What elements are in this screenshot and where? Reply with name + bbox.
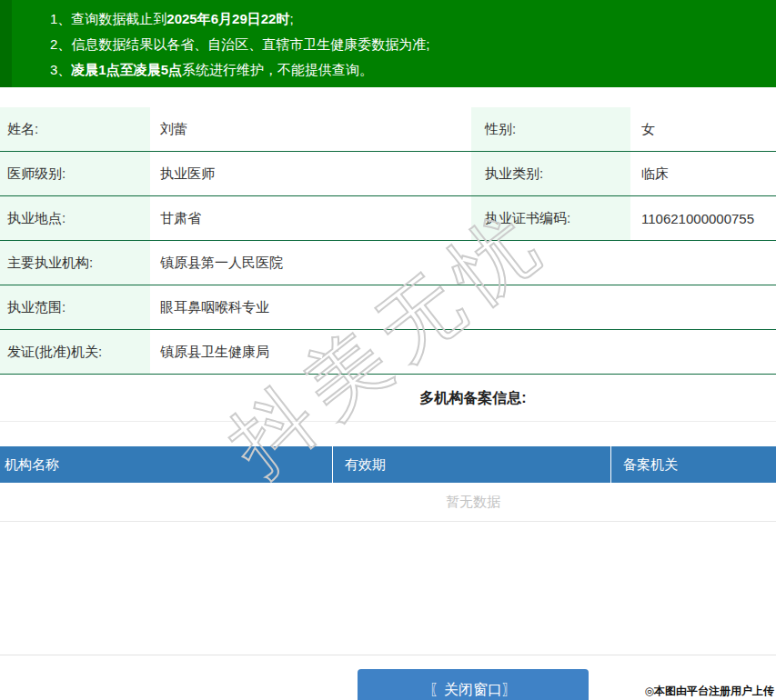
info-value-practice-location: 甘肃省: [150, 196, 471, 240]
notice-text: 系统进行维护，不能提供查询。: [182, 62, 373, 77]
notice-bar: 1、查询数据截止到2025年6月29日22时; 2、信息数据结果以各省、自治区、…: [0, 0, 776, 87]
notice-bold-text: 2025年6月29日22时: [166, 11, 289, 26]
info-label-gender: 性别:: [471, 107, 630, 151]
close-window-button[interactable]: 〖关闭窗口〗: [358, 669, 589, 700]
spacer: [0, 522, 776, 655]
info-value-main-institution: 镇原县第一人民医院: [150, 241, 776, 285]
info-value-issuing-authority: 镇原县卫生健康局: [150, 330, 776, 374]
info-label-practice-location: 执业地点:: [0, 196, 150, 240]
info-value-practice-scope: 眼耳鼻咽喉科专业: [150, 285, 776, 329]
info-label-practice-category: 执业类别:: [471, 152, 630, 195]
info-value-name: 刘蕾: [150, 107, 471, 151]
notice-text: 信息数据结果以各省、自治区、直辖市卫生健康委数据为准;: [71, 36, 429, 52]
info-label-practice-scope: 执业范围:: [0, 285, 150, 329]
column-header-filing-authority: 备案机关: [611, 446, 776, 483]
column-header-institution-name: 机构名称: [0, 446, 333, 483]
table-row: 发证(批准)机关: 镇原县卫生健康局: [0, 330, 776, 375]
notice-line-2: 2、信息数据结果以各省、自治区、直辖市卫生健康委数据为准;: [0, 32, 776, 57]
info-label-issuing-authority: 发证(批准)机关:: [0, 330, 150, 374]
info-label-name: 姓名:: [0, 107, 150, 151]
info-value-doctor-level: 执业医师: [150, 152, 471, 195]
multi-org-table-header: 机构名称 有效期 备案机关: [0, 446, 776, 483]
notice-num: 3、: [50, 62, 71, 77]
info-label-certificate-code: 执业证书编码:: [471, 196, 630, 240]
notice-line-1: 1、查询数据截止到2025年6月29日22时;: [0, 6, 776, 32]
table-row: 主要执业机构: 镇原县第一人民医院: [0, 241, 776, 285]
table-row: 医师级别: 执业医师 执业类别: 临床: [0, 152, 776, 196]
notice-line-3: 3、凌晨1点至凌晨5点系统进行维护，不能提供查询。: [0, 57, 776, 83]
table-row: 姓名: 刘蕾 性别: 女: [0, 107, 776, 152]
multi-org-section-title: 多机构备案信息:: [0, 375, 776, 422]
uploaded-by-watermark: ◎本图由平台注册用户上传: [645, 684, 774, 699]
notice-text: ;: [289, 11, 293, 26]
table-row: 执业地点: 甘肃省 执业证书编码: 110621000000755: [0, 196, 776, 241]
info-label-main-institution: 主要执业机构:: [0, 241, 150, 285]
column-header-validity-period: 有效期: [333, 446, 611, 483]
table-row: 执业范围: 眼耳鼻咽喉科专业: [0, 285, 776, 330]
info-label-doctor-level: 医师级别:: [0, 152, 150, 195]
info-value-gender: 女: [630, 107, 776, 151]
notice-num: 2、: [50, 36, 71, 52]
notice-num: 1、: [50, 11, 71, 26]
practitioner-info-table: 姓名: 刘蕾 性别: 女 医师级别: 执业医师 执业类别: 临床 执业地点: 甘…: [0, 107, 776, 375]
notice-left-stripe: [0, 0, 12, 87]
page: 1、查询数据截止到2025年6月29日22时; 2、信息数据结果以各省、自治区、…: [0, 0, 776, 700]
notice-bold-text: 凌晨1点至凌晨5点: [71, 62, 182, 77]
empty-data-message: 暂无数据: [0, 483, 776, 522]
info-value-practice-category: 临床: [630, 152, 776, 195]
info-value-certificate-code: 110621000000755: [630, 196, 776, 240]
notice-text: 查询数据截止到: [71, 11, 166, 26]
